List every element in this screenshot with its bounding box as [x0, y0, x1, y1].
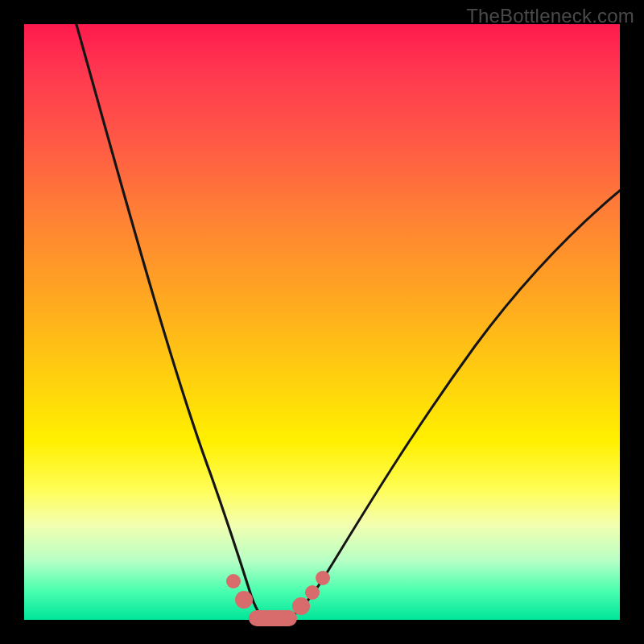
- marker-right-2: [305, 585, 320, 600]
- flat-segment-bar: [249, 610, 297, 626]
- marker-left-lower: [235, 591, 253, 609]
- marker-left-upper: [226, 574, 241, 588]
- chart-plot-area: [24, 24, 620, 620]
- marker-right-3: [316, 571, 330, 585]
- curve-left-branch: [74, 24, 266, 619]
- bottleneck-curve: [24, 24, 620, 620]
- marker-right-1: [292, 597, 310, 615]
- curve-right-branch: [287, 189, 620, 619]
- watermark-text: TheBottleneck.com: [466, 5, 634, 27]
